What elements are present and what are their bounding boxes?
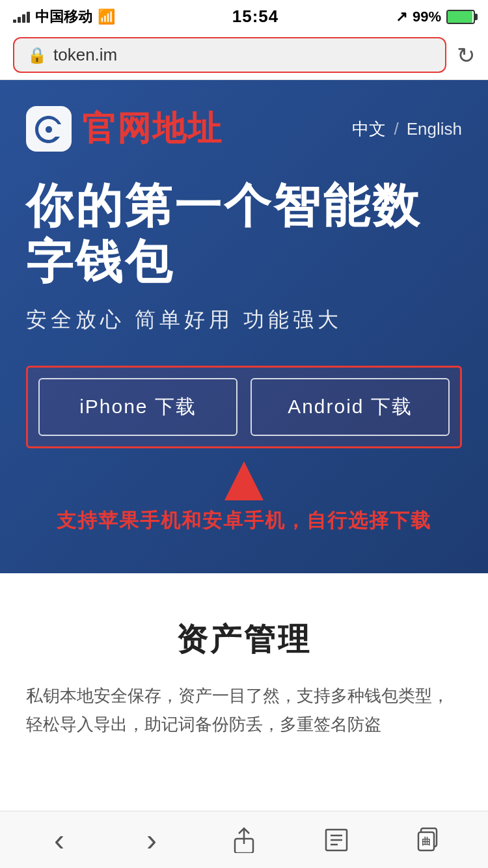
url-arrow-section bbox=[0, 573, 488, 580]
content-section: 资产管理 私钥本地安全保存，资产一目了然，支持多种钱包类型，轻松导入导出，助记词… bbox=[0, 580, 488, 765]
download-box-highlight: iPhone 下载 Android 下载 bbox=[26, 366, 462, 448]
annotation-text: 支持苹果手机和安卓手机，自行选择下载 bbox=[26, 507, 462, 534]
share-icon bbox=[232, 827, 256, 853]
bottom-nav: ‹ › 曲 bbox=[0, 811, 488, 868]
wifi-icon: 📶 bbox=[98, 8, 115, 25]
bookmarks-button[interactable] bbox=[310, 821, 362, 860]
status-left: 中国移动 📶 bbox=[13, 7, 115, 27]
battery-fill bbox=[448, 11, 472, 23]
lock-icon: 🔒 bbox=[27, 46, 47, 64]
brand-name: 官网地址 bbox=[82, 106, 223, 152]
status-bar: 中国移动 📶 15:54 ↗ 99% bbox=[0, 0, 488, 31]
hero-subtitle: 安全放心 简单好用 功能强大 bbox=[26, 306, 462, 334]
tabs-button[interactable]: 曲 bbox=[403, 821, 455, 860]
carrier-name: 中国移动 bbox=[35, 7, 92, 27]
url-text[interactable]: token.im bbox=[53, 45, 117, 65]
battery-icon bbox=[446, 10, 475, 24]
lang-switcher: 中文 / English bbox=[352, 118, 462, 141]
hero-section: 官网地址 中文 / English 你的第一个智能数字钱包 安全放心 简单好用 … bbox=[0, 80, 488, 573]
status-time: 15:54 bbox=[232, 7, 279, 27]
refresh-icon[interactable]: ↻ bbox=[457, 42, 475, 68]
arrow-up-icon bbox=[224, 461, 264, 500]
status-right: ↗ 99% bbox=[396, 8, 475, 25]
brand-area: 官网地址 bbox=[26, 106, 223, 152]
android-download-button[interactable]: Android 下载 bbox=[251, 378, 450, 436]
svg-marker-0 bbox=[224, 461, 264, 500]
tabs-icon: 曲 bbox=[417, 827, 441, 853]
download-annotation: 支持苹果手机和安卓手机，自行选择下载 bbox=[26, 448, 462, 541]
svg-text:曲: 曲 bbox=[422, 836, 431, 847]
battery-percent: 99% bbox=[413, 8, 441, 25]
section-description: 私钥本地安全保存，资产一目了然，支持多种钱包类型，轻松导入导出，助记词备份防丢，… bbox=[26, 681, 462, 739]
lang-divider: / bbox=[394, 119, 398, 139]
location-icon: ↗ bbox=[396, 8, 407, 25]
lang-english[interactable]: English bbox=[407, 119, 462, 139]
hero-header: 官网地址 中文 / English bbox=[26, 106, 462, 152]
signal-icon bbox=[13, 11, 30, 23]
hero-title: 你的第一个智能数字钱包 bbox=[26, 178, 462, 290]
bookmarks-icon bbox=[325, 827, 348, 853]
download-area: iPhone 下载 Android 下载 bbox=[26, 366, 462, 448]
brand-logo bbox=[26, 106, 72, 152]
lang-chinese[interactable]: 中文 bbox=[352, 118, 386, 141]
forward-button[interactable]: › bbox=[126, 821, 178, 860]
url-bar[interactable]: 🔒 token.im bbox=[13, 37, 446, 73]
section-title: 资产管理 bbox=[26, 619, 462, 660]
back-button[interactable]: ‹ bbox=[33, 821, 85, 860]
iphone-download-button[interactable]: iPhone 下载 bbox=[38, 378, 237, 436]
share-button[interactable] bbox=[218, 821, 270, 860]
browser-bar: 🔒 token.im ↻ bbox=[0, 31, 488, 80]
